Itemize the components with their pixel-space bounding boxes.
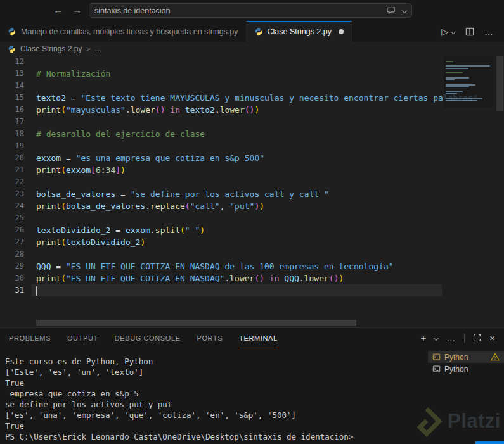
terminal-line: True	[5, 421, 353, 431]
split-editor-icon[interactable]	[465, 27, 474, 36]
terminal-instance-python-1[interactable]: Python	[428, 351, 504, 363]
code-line-27[interactable]: 27print(textoDividido_2)	[0, 236, 504, 248]
panel-more-icon[interactable]: …	[446, 333, 456, 343]
minimap-line	[446, 77, 469, 79]
breadcrumb[interactable]: Clase Strings 2.py > ...	[0, 42, 504, 56]
minimap[interactable]	[444, 56, 493, 108]
minimap-line	[446, 79, 455, 80]
line-number: 26	[0, 224, 24, 236]
panel-tab-debug-console[interactable]: DEBUG CONSOLE	[115, 328, 181, 348]
code-line-20[interactable]: 20exxom = "es una empresa que cotiza en …	[0, 152, 504, 164]
code-line-28[interactable]: 28	[0, 248, 504, 260]
panel-tab-output[interactable]: OUTPUT	[67, 328, 98, 348]
line-number: 30	[0, 272, 24, 284]
scrollbar-slider[interactable]	[496, 56, 503, 111]
line-number: 28	[0, 248, 24, 260]
breadcrumb-file[interactable]: Clase Strings 2.py	[20, 44, 82, 53]
warning-icon[interactable]	[491, 353, 500, 361]
search-value[interactable]: sintaxis de identacion	[94, 6, 387, 15]
line-number: 22	[0, 176, 24, 188]
editor-horizontal-scrollbar[interactable]	[36, 320, 356, 326]
terminal-line: se define por los activos put y put	[5, 399, 353, 410]
code-line-16[interactable]: 16print("mayusculas".lower() in texto2.l…	[0, 104, 504, 116]
terminal-line: PS C:\Users\Erick Leonardo Casta\OneDriv…	[5, 431, 353, 442]
line-number: 18	[0, 128, 24, 140]
code-text: texto2 = "Este texto tiene MAYUSCULAS y …	[36, 92, 478, 104]
code-line-29[interactable]: 29QQQ = "ES UN ETF QUE COTIZA EN NASDAQ …	[0, 260, 504, 272]
code-text: # Normalización	[36, 68, 110, 80]
terminal-dropdown-chevron-icon[interactable]	[434, 335, 439, 340]
tab-manejo-de-comillas[interactable]: Manejo de comillas, múltiples líneas y b…	[0, 21, 247, 42]
more-actions-icon[interactable]: …	[484, 27, 494, 37]
code-line-23[interactable]: 23bolsa_de_valores = "se define por los …	[0, 188, 504, 200]
line-number: 19	[0, 140, 24, 152]
code-editor[interactable]: 1213# Normalización1415texto2 = "Este te…	[0, 56, 504, 327]
minimap-line	[446, 65, 490, 67]
code-line-24[interactable]: 24print(bolsa_de_valores.replace("call",…	[0, 200, 504, 212]
minimap-line	[446, 84, 475, 86]
terminal-line: Este curso es de Python, Python	[5, 356, 353, 367]
forward-icon[interactable]: →	[72, 4, 82, 15]
terminal-line: True	[5, 377, 353, 388]
code-text: QQQ = "ES UN ETF QUE COTIZA EN NASDAQ de…	[36, 260, 394, 272]
title-bar: ← → sintaxis de identacion	[0, 0, 504, 21]
minimap-line	[446, 68, 468, 69]
line-number: 12	[0, 56, 24, 68]
panel-tab-problems[interactable]: PROBLEMS	[9, 328, 51, 348]
code-line-31[interactable]: 31	[0, 284, 504, 296]
chevron-down-icon[interactable]	[402, 8, 407, 13]
run-python-button[interactable]: ▷	[441, 27, 455, 37]
run-dropdown-chevron-icon[interactable]	[451, 29, 456, 34]
minimap-line	[446, 72, 463, 73]
command-center-search[interactable]: sintaxis de identacion	[89, 3, 412, 18]
line-number: 14	[0, 80, 24, 92]
code-line-14[interactable]: 14	[0, 80, 504, 92]
terminal-icon	[432, 353, 441, 361]
maximize-panel-icon[interactable]	[473, 334, 481, 342]
python-file-icon	[254, 27, 263, 36]
code-line-12[interactable]: 12	[0, 56, 504, 68]
minimap-line	[446, 100, 477, 101]
code-line-15[interactable]: 15texto2 = "Este texto tiene MAYUSCULAS …	[0, 92, 504, 104]
editor-vertical-scrollbar[interactable]	[496, 56, 504, 327]
code-line-22[interactable]: 22	[0, 176, 504, 188]
back-icon[interactable]: ←	[53, 4, 63, 15]
python-file-icon	[8, 45, 16, 53]
tab-clase-strings-2[interactable]: Clase Strings 2.py	[247, 21, 352, 42]
code-text: bolsa_de_valores = "se define por los ac…	[36, 188, 329, 200]
terminal-instance-python-2[interactable]: Python	[428, 363, 504, 375]
line-number: 31	[0, 284, 24, 296]
code-line-19[interactable]: 19	[0, 140, 504, 152]
code-line-18[interactable]: 18# desarollo del ejercicio de clase	[0, 128, 504, 140]
divider	[464, 334, 465, 343]
line-number: 23	[0, 188, 24, 200]
modified-dot-icon[interactable]	[339, 29, 344, 34]
new-terminal-icon[interactable]: +	[420, 333, 426, 343]
panel-tab-terminal[interactable]: TERMINAL	[239, 328, 277, 348]
tab-label: Manejo de comillas, múltiples líneas y b…	[21, 27, 238, 36]
line-number: 29	[0, 260, 24, 272]
platzi-logo-icon	[411, 405, 443, 437]
code-text: # desarollo del ejercicio de clase	[36, 128, 205, 140]
platzi-watermark-text: Platzi	[448, 410, 501, 433]
close-panel-icon[interactable]: ×	[489, 333, 495, 343]
terminal-instance-list: Python Python	[428, 351, 504, 375]
play-icon: ▷	[441, 27, 448, 37]
line-number: 27	[0, 236, 24, 248]
code-line-17[interactable]: 17	[0, 116, 504, 128]
code-line-26[interactable]: 26textoDividido_2 = exxom.split(" ")	[0, 224, 504, 236]
code-line-13[interactable]: 13# Normalización	[0, 68, 504, 80]
code-line-30[interactable]: 30print("ES UN ETF QUE COTIZA EN NASDAQ"…	[0, 272, 504, 284]
code-line-25[interactable]: 25	[0, 212, 504, 224]
panel-tab-ports[interactable]: PORTS	[197, 328, 223, 348]
line-number: 16	[0, 104, 24, 116]
code-text: print(textoDividido_2)	[36, 236, 145, 248]
code-line-21[interactable]: 21print(exxom[6:34])	[0, 164, 504, 176]
minimap-line	[446, 91, 463, 92]
terminal-instance-label: Python	[444, 365, 468, 374]
terminal-output[interactable]: Este curso es de Python, Python['Este', …	[5, 356, 353, 442]
copilot-chat-icon[interactable]	[387, 6, 396, 15]
bottom-panel: PROBLEMSOUTPUTDEBUG CONSOLEPORTSTERMINAL…	[0, 327, 504, 444]
terminal-icon	[432, 365, 441, 373]
breadcrumb-more[interactable]: ...	[95, 44, 101, 53]
